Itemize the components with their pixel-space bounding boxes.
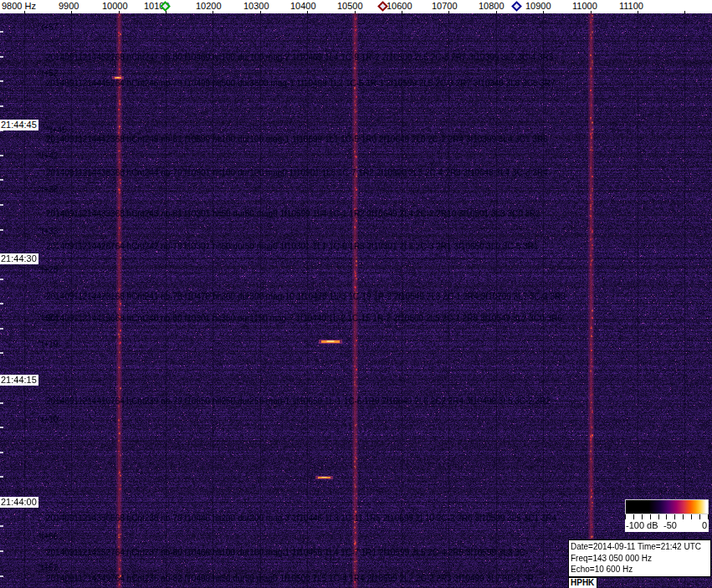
freq-tick-label: 10600 <box>387 1 412 11</box>
detection-line: 20140911214452168 hCnt247 nb-80 f10469 h… <box>46 53 553 62</box>
info-box: Date=2014-09-11 Time=21:42 UTC Freq=143 … <box>568 539 711 577</box>
time-label: 21:44:45 <box>0 120 38 130</box>
blue-marker-diamond[interactable] <box>511 1 522 12</box>
time-offset-marker: ^t+57 <box>38 23 58 32</box>
freq-tick-mark <box>402 11 402 13</box>
freq-tick-mark <box>448 11 449 13</box>
time-offset-marker: ^t+33 <box>38 227 58 236</box>
time-offset-marker: ^t+45 <box>46 125 66 135</box>
detection-line: 20140911214352764 hCnt237 nb-80 f10466 h… <box>46 548 528 557</box>
freq-tick-mark <box>166 11 166 13</box>
time-label: 21:44:15 <box>0 375 38 386</box>
freq-tick-label: 9900 <box>59 1 79 11</box>
info-freq-line: Freq=143 050 000 Hz <box>571 553 709 565</box>
time-offset-marker: ^t+52 <box>38 69 58 78</box>
scale-max-label: 0 <box>702 520 707 530</box>
detection-line: 20140911214419668 hCnt240 nb-80 f10301 h… <box>46 314 562 323</box>
detection-line: 20140911214442368 hCnt245 nb-81 f10599 h… <box>46 135 548 144</box>
time-offset-marker: ^t+28 <box>38 265 58 274</box>
detection-line: 20140911214428764 hCnt242 nb-79 f10301 h… <box>46 242 539 251</box>
detection-line: 20140911214410764 hCnt239 nb-79 f10650 h… <box>46 396 551 406</box>
freq-tick-mark <box>24 11 25 13</box>
info-date-line: Date=2014-09-11 Time=21:42 UTC <box>571 541 709 553</box>
scale-mid-label: -50 <box>663 520 677 530</box>
freq-tick-mark <box>260 11 261 13</box>
freq-tick-mark <box>71 11 72 13</box>
scale-min-label: -100 dB <box>626 520 658 530</box>
freq-tick-mark <box>119 11 120 13</box>
detection-line: 20140911214356568 hCnt238 nb-79 f10446 h… <box>46 514 556 523</box>
freq-tick-label: 10200 <box>196 1 222 11</box>
time-offset-marker: ^t+56 <box>38 532 58 541</box>
detection-line: 20140911214423168 hCnt241 nb-78 f10478 h… <box>46 292 566 301</box>
info-echo-line: Echo=10 600 Hz <box>571 564 709 575</box>
freq-tick-mark <box>591 11 592 13</box>
freq-tick-label: 9800 Hz <box>2 1 36 11</box>
color-scale: -100 dB -50 0 <box>625 499 709 532</box>
time-offset-marker: ^t+52 <box>38 563 58 572</box>
detection-line: 20140911214438368 hCnt244 nb-79 f10901 h… <box>46 168 548 177</box>
detection-line: 20140911214349764 hCnt236 nb-82 f10499 h… <box>46 574 534 583</box>
time-offset-marker: ^t+42 <box>38 151 58 161</box>
detection-line: 20140911214445264 hCnt246 nb-79 f10499 h… <box>46 79 556 88</box>
time-offset-marker: ^t+38 <box>38 185 58 194</box>
station-tag: HPHK <box>568 577 597 588</box>
freq-tick-label: 10400 <box>290 1 316 11</box>
freq-tick-label: 11000 <box>572 1 597 11</box>
freq-tick-mark <box>307 11 308 13</box>
freq-tick-mark <box>213 11 213 13</box>
spectrogram-screen: 9800 Hz990010000101001020010300104001050… <box>0 0 712 588</box>
color-scale-labels: -100 dB -50 0 <box>625 519 709 532</box>
freq-tick-label: 10800 <box>479 1 505 11</box>
freq-tick-label: 11100 <box>619 1 643 11</box>
freq-tick-mark <box>355 11 356 13</box>
freq-tick-mark <box>684 11 685 13</box>
time-offset-marker: ^t+19 <box>38 340 58 349</box>
freq-tick-label: 10500 <box>337 1 363 11</box>
freq-tick-mark <box>543 11 544 13</box>
time-offset-marker: ^t+10 <box>38 415 58 424</box>
color-scale-gradient <box>625 499 709 514</box>
time-label: 21:44:00 <box>0 497 38 508</box>
time-label: 21:44:30 <box>0 253 38 264</box>
frequency-axis: 9800 Hz990010000101001020010300104001050… <box>0 0 712 13</box>
freq-tick-mark <box>638 11 638 13</box>
freq-tick-label: 10900 <box>525 1 551 11</box>
freq-tick-mark <box>496 11 497 13</box>
freq-tick-label: 10700 <box>432 1 458 11</box>
detection-line: 20140911214433368 hCnt243 nb-81 f10301 h… <box>46 209 540 218</box>
freq-tick-label: 10300 <box>243 1 269 11</box>
freq-tick-label: 10000 <box>102 1 128 11</box>
